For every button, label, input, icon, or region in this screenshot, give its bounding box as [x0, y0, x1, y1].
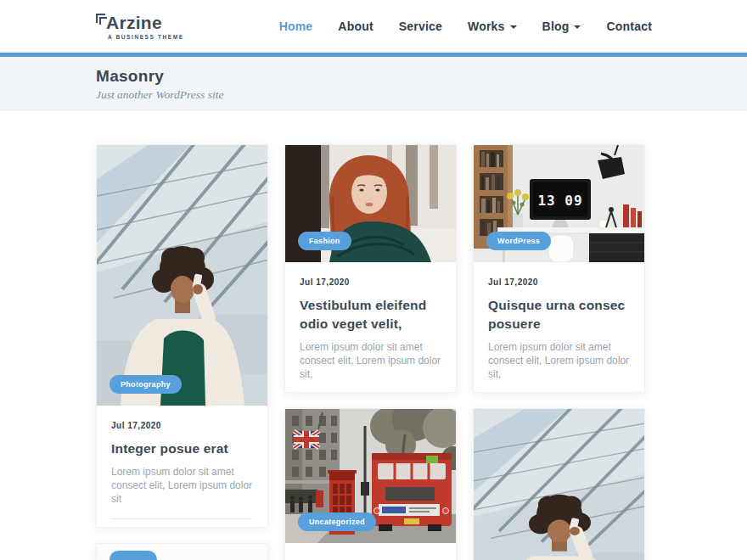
main-nav: Home About Service Works Blog Contact: [279, 20, 652, 33]
category-badge[interactable]: Photography: [110, 375, 182, 394]
post-title[interactable]: Quisque urna consec posuere: [488, 296, 630, 333]
post-card: Uncategorized: [284, 408, 457, 560]
post-excerpt: Lorem ipsum dolor sit amet consect elit,…: [111, 465, 253, 506]
chevron-down-icon: [510, 25, 517, 29]
post-body: Jul 17,2020 Vestibulum eleifend odio veg…: [285, 262, 456, 393]
category-badge[interactable]: [110, 551, 157, 560]
post-date: Jul 17,2020: [111, 421, 253, 430]
nav-item-about[interactable]: About: [338, 20, 373, 33]
site-tagline: Just another WordPress site: [96, 88, 747, 102]
logo-tagline: A BUSINESS THEME: [108, 34, 184, 40]
post-image-link[interactable]: Photography: [97, 145, 267, 406]
post-card: [96, 543, 268, 560]
post-title[interactable]: Vestibulum eleifend odio veget velit,: [300, 296, 441, 333]
post-image-link[interactable]: [97, 544, 267, 560]
category-badge[interactable]: WordPress: [486, 232, 551, 250]
woman-on-phone-image: [474, 409, 644, 560]
nav-item-works[interactable]: Works: [468, 20, 517, 33]
category-badge[interactable]: Uncategorized: [298, 512, 376, 531]
logo-brackets-icon: [96, 14, 106, 24]
post-card: Fashion Jul 17,2020 Vestibulum eleifend …: [284, 144, 457, 393]
post-meta: by Jone Doe: [111, 518, 253, 528]
nav-item-home[interactable]: Home: [279, 20, 313, 33]
post-body: [285, 543, 456, 555]
post-card: Photography Jul 17,2020 Integer posue er…: [96, 144, 268, 528]
post-date: Jul 17,2020: [488, 277, 630, 287]
post-date: Jul 17,2020: [300, 277, 441, 287]
site-logo[interactable]: Arzine A BUSINESS THEME: [96, 13, 184, 40]
post-image-link[interactable]: Fashion: [285, 145, 456, 262]
nav-item-blog[interactable]: Blog: [542, 20, 581, 33]
chevron-down-icon: [574, 25, 581, 29]
nav-item-works-label: Works: [468, 20, 505, 33]
post-body: Jul 17,2020 Quisque urna consec posuere …: [474, 262, 644, 393]
post-title[interactable]: Integer posue erat: [111, 440, 253, 458]
post-image-link[interactable]: 13 09: [474, 145, 644, 262]
red-bus: [372, 453, 452, 531]
site-header: Arzine A BUSINESS THEME Home About Servi…: [0, 0, 747, 53]
post-image-link[interactable]: Uncategorized: [285, 409, 456, 543]
post-card: 13 09: [473, 144, 645, 393]
post-excerpt: Lorem ipsum dolor sit amet consect elit,…: [300, 340, 441, 381]
logo-text: Arzine: [106, 13, 162, 32]
nav-item-service[interactable]: Service: [399, 20, 442, 33]
post-body: Jul 17,2020 Integer posue erat Lorem ips…: [97, 406, 267, 528]
clock-time: 13 09: [537, 193, 582, 209]
woman-on-phone-image: [97, 145, 267, 406]
page-header-band: Masonry Just another WordPress site: [0, 57, 747, 110]
page-title: Masonry: [96, 67, 747, 86]
post-image-link[interactable]: [474, 409, 644, 560]
category-badge[interactable]: Fashion: [298, 232, 351, 250]
post-card: [473, 408, 645, 560]
post-excerpt: Lorem ipsum dolor sit amet consect elit,…: [488, 340, 630, 381]
page: Arzine A BUSINESS THEME Home About Servi…: [0, 0, 747, 560]
nav-item-contact[interactable]: Contact: [606, 20, 652, 33]
nav-item-blog-label: Blog: [542, 20, 570, 33]
